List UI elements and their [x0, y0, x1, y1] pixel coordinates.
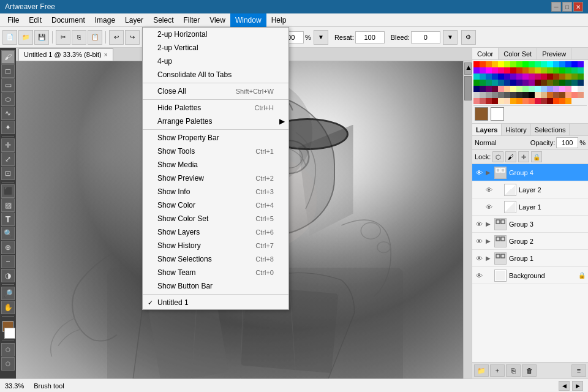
menu-image[interactable]: Image	[90, 13, 120, 27]
layers-btn-new-layer[interactable]: +	[490, 364, 505, 377]
color-swatch[interactable]	[547, 86, 553, 92]
color-swatch[interactable]	[504, 74, 510, 80]
color-swatch[interactable]	[510, 74, 516, 80]
vscroll-up[interactable]: ▲	[464, 62, 472, 75]
lock-paint[interactable]: 🖌	[505, 151, 516, 162]
layer-expand-group1[interactable]: ▶	[486, 255, 492, 262]
color-swatch[interactable]	[492, 61, 498, 67]
color-swatch[interactable]	[571, 80, 578, 86]
lock-transparency[interactable]: ⬡	[492, 151, 503, 162]
color-swatch[interactable]	[559, 80, 565, 86]
menu-close-all[interactable]: Close All Shift+Ctrl+W	[143, 85, 288, 98]
color-swatch[interactable]	[578, 92, 584, 98]
color-swatch[interactable]	[553, 92, 559, 98]
color-swatch[interactable]	[559, 98, 565, 104]
color-swatch[interactable]	[498, 86, 504, 92]
color-swatch[interactable]	[492, 86, 498, 92]
color-swatch[interactable]	[480, 80, 486, 86]
layers-btn-new-group[interactable]: 📁	[474, 364, 489, 377]
color-swatch[interactable]	[522, 92, 529, 98]
lock-all[interactable]: 🔒	[531, 151, 542, 162]
color-swatch[interactable]	[480, 67, 486, 74]
menu-document[interactable]: Document	[47, 13, 90, 27]
color-swatch[interactable]	[480, 92, 486, 98]
tb-undo[interactable]: ↩	[109, 30, 124, 45]
color-swatch[interactable]	[565, 61, 571, 67]
color-swatch[interactable]	[565, 92, 571, 98]
layer-expand-group4[interactable]: ▶	[486, 169, 492, 176]
tab-color-set[interactable]: Color Set	[499, 48, 537, 59]
tb-save[interactable]: 💾	[34, 30, 49, 45]
tb-new[interactable]: 📄	[2, 30, 17, 45]
layer-expand-group3[interactable]: ▶	[486, 221, 492, 227]
color-swatch[interactable]	[535, 80, 541, 86]
bleed-options[interactable]: ▼	[443, 30, 458, 45]
color-swatch[interactable]	[516, 92, 522, 98]
color-swatch[interactable]	[529, 61, 535, 67]
color-swatch[interactable]	[516, 61, 522, 67]
color-swatch[interactable]	[492, 67, 498, 74]
color-swatch[interactable]	[473, 74, 480, 80]
minimize-button[interactable]: ─	[551, 2, 561, 12]
color-swatch[interactable]	[571, 86, 578, 92]
color-swatch[interactable]	[559, 86, 565, 92]
color-swatch[interactable]	[486, 86, 492, 92]
color-swatch[interactable]	[541, 80, 547, 86]
tb-copy[interactable]: ⎘	[72, 30, 86, 45]
menu-show-color[interactable]: Show Color Ctrl+4	[143, 198, 288, 212]
color-swatch[interactable]	[553, 74, 559, 80]
layers-btn-duplicate[interactable]: ⎘	[506, 364, 521, 377]
tool-crop[interactable]: ⊡	[1, 167, 15, 180]
layer-vis-layer2[interactable]: 👁	[484, 186, 493, 194]
color-swatch[interactable]	[504, 61, 510, 67]
color-swatch[interactable]	[565, 74, 571, 80]
color-swatch[interactable]	[541, 61, 547, 67]
color-swatch[interactable]	[480, 74, 486, 80]
color-swatch[interactable]	[547, 74, 553, 80]
statusbar-btn1[interactable]: ◀	[559, 381, 570, 391]
color-swatch[interactable]	[492, 74, 498, 80]
color-swatch[interactable]	[498, 61, 504, 67]
color-swatch[interactable]	[522, 74, 529, 80]
color-swatch[interactable]	[559, 67, 565, 74]
color-swatch[interactable]	[510, 67, 516, 74]
color-swatch[interactable]	[473, 67, 480, 74]
color-swatch[interactable]	[571, 67, 578, 74]
color-swatch[interactable]	[498, 92, 504, 98]
menu-show-property-bar[interactable]: Show Property Bar	[143, 131, 288, 145]
tab-color[interactable]: Color	[472, 48, 499, 59]
bleed-input[interactable]	[411, 31, 440, 43]
layer-group2[interactable]: 👁 ▶ Group 2	[472, 233, 588, 250]
menu-help[interactable]: Help	[266, 13, 292, 27]
color-swatch[interactable]	[516, 74, 522, 80]
tool-select-rect[interactable]: ▭	[1, 78, 15, 92]
tool-move[interactable]: ✛	[1, 138, 15, 152]
color-swatch[interactable]	[529, 98, 535, 104]
color-swatch[interactable]	[571, 92, 578, 98]
color-swatch[interactable]	[486, 74, 492, 80]
layer-group1[interactable]: 👁 ▶ Group 1	[472, 250, 588, 267]
menu-show-preview[interactable]: Show Preview Ctrl+2	[143, 172, 288, 185]
layers-btn-menu[interactable]: ≡	[571, 364, 586, 377]
layer-background[interactable]: 👁 Background 🔒	[472, 267, 588, 284]
tb-open[interactable]: 📁	[18, 30, 33, 45]
color-swatch[interactable]	[473, 86, 480, 92]
tool-fill[interactable]: ⬛	[1, 184, 15, 198]
tool-magic-wand[interactable]: ✦	[1, 121, 15, 134]
tool-zoom[interactable]: 🔎	[1, 287, 15, 300]
maximize-button[interactable]: □	[562, 2, 572, 12]
color-swatch[interactable]	[553, 61, 559, 67]
color-swatch[interactable]	[553, 98, 559, 104]
lock-move[interactable]: ✛	[518, 151, 529, 162]
menu-arrange-palettes[interactable]: Arrange Palettes ▶	[143, 115, 288, 128]
color-swatch[interactable]	[498, 80, 504, 86]
color-swatch[interactable]	[486, 67, 492, 74]
color-swatch[interactable]	[547, 80, 553, 86]
menu-show-media[interactable]: Show Media	[143, 158, 288, 172]
color-swatch[interactable]	[473, 61, 480, 67]
color-swatch[interactable]	[565, 86, 571, 92]
color-swatch[interactable]	[522, 86, 529, 92]
color-swatch[interactable]	[553, 67, 559, 74]
tool-gradient[interactable]: ▨	[1, 198, 15, 212]
menu-2up-horizontal[interactable]: 2-up Horizontal	[143, 28, 288, 41]
